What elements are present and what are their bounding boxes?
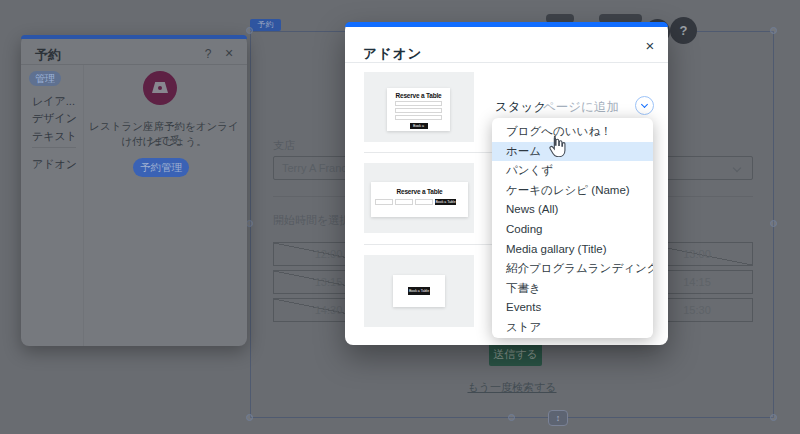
thumb-book-button: Book a Table [410, 123, 428, 129]
search-again-link[interactable]: もう一度検索する [452, 380, 572, 395]
dropdown-item[interactable]: Events [492, 298, 653, 318]
stretch-icon: ↕ [556, 413, 561, 423]
stretch-handle[interactable]: ↕ [548, 410, 568, 426]
selection-handle-bottom-right[interactable] [770, 414, 777, 421]
settings-panel: 予約 ? × 管理 レイア... デザイン テキスト アドオン レストラン座席予… [21, 35, 247, 346]
selection-handle-mid-right[interactable] [770, 220, 777, 227]
selection-handle-top-right[interactable] [770, 27, 777, 34]
stack-option[interactable]: スタック [495, 99, 546, 116]
chevron-down-icon [640, 100, 647, 107]
selection-handle-top-left[interactable] [246, 27, 253, 34]
modal-header-divider [345, 62, 668, 63]
dropdown-item[interactable]: パンくず [492, 161, 653, 181]
dropdown-item[interactable]: News (All) [492, 200, 653, 220]
panel-nav-separator [32, 147, 76, 148]
panel-help-icon[interactable]: ? [201, 47, 215, 61]
hand-cursor-icon [547, 135, 567, 161]
dropdown-item[interactable]: 下書き [492, 279, 653, 299]
thumb-book-button: Book a Table [408, 287, 430, 295]
panel-tab-addons[interactable]: アドオン [32, 157, 77, 172]
chevron-down-icon [733, 164, 741, 172]
panel-title: 予約 [35, 46, 61, 64]
addon-thumbnail-stacked[interactable]: Reserve a Table Book a Table [364, 72, 474, 142]
dropdown-item[interactable]: Media gallary (Title) [492, 240, 653, 260]
thumb-title: Reserve a Table [387, 92, 450, 99]
submit-button[interactable]: 送信する [489, 342, 542, 366]
dropdown-item-highlighted[interactable]: ホーム [492, 142, 653, 162]
modal-close-icon[interactable]: × [641, 37, 659, 54]
panel-nav-divider [83, 65, 84, 346]
help-button[interactable]: ? [670, 17, 697, 44]
panel-tab-manage[interactable]: 管理 [29, 71, 61, 86]
addon-thumbnail-inline[interactable]: Reserve a Table Book a Table [364, 163, 474, 233]
panel-tab-design[interactable]: デザイン [32, 111, 77, 126]
panel-accent-bar [21, 35, 247, 39]
selection-handle-bottom-left[interactable] [246, 414, 253, 421]
dropdown-item[interactable]: ケーキのレシピ (Name) [492, 181, 653, 201]
thumb-book-button: Book a Table [435, 199, 456, 205]
dropdown-item[interactable]: ブログへのいいね！ [492, 122, 653, 142]
selection-handle-mid-left[interactable] [246, 220, 253, 227]
dropdown-item[interactable]: Coding [492, 220, 653, 240]
editor-canvas: 予約 ↕ 支店 Terry A Francois B 開始時間を選択して 12:… [0, 0, 800, 434]
branch-label: 支店 [273, 138, 295, 153]
panel-tab-text[interactable]: テキスト [32, 129, 77, 144]
panel-close-icon[interactable]: × [221, 45, 237, 61]
panel-tab-layout[interactable]: レイア... [32, 94, 75, 109]
restaurant-table-icon [143, 71, 177, 105]
modal-accent-bar [345, 22, 668, 27]
dropdown-item[interactable]: 紹介プログラムランディングページ [492, 259, 653, 279]
page-picker-dropdown: ブログへのいいね！ ホーム パンくず ケーキのレシピ (Name) News (… [492, 118, 653, 338]
thumb-title: Reserve a Table [371, 188, 468, 195]
manage-reservations-button[interactable]: 予約管理 [133, 158, 189, 177]
dropdown-item[interactable]: ストア [492, 318, 653, 338]
panel-header-divider [21, 64, 247, 65]
selection-handle-bottom-center[interactable] [508, 414, 515, 421]
page-picker-toggle[interactable] [635, 96, 654, 115]
modal-title: アドオン [363, 45, 422, 63]
panel-description-line2: け付けましょう。 [85, 135, 243, 149]
question-icon: ? [680, 23, 688, 38]
add-to-page-option[interactable]: ページに追加 [543, 99, 619, 116]
selection-tag[interactable]: 予約 [250, 19, 281, 31]
addon-thumbnail-button[interactable]: Book a Table [364, 255, 474, 327]
